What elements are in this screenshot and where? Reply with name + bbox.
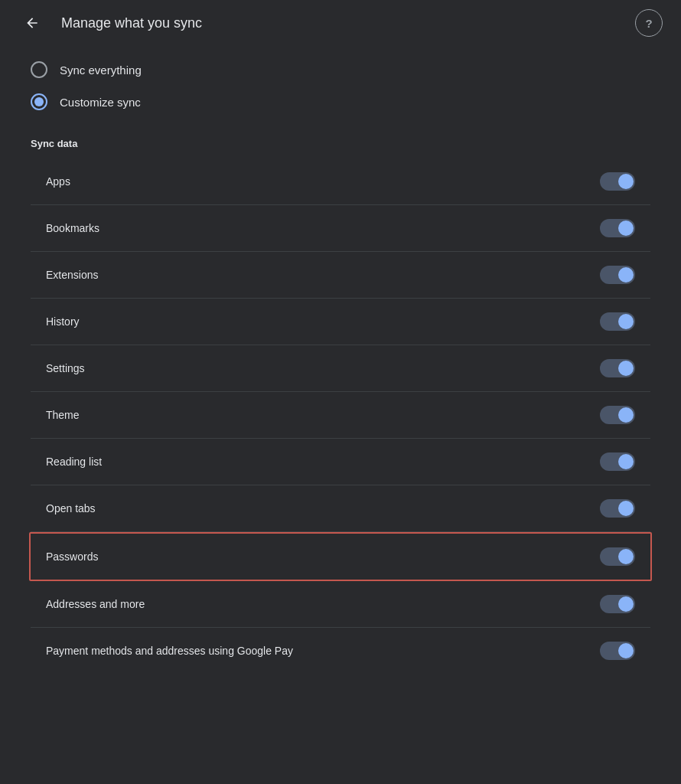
toggle-thumb: [618, 174, 634, 189]
toggle-item-label: Passwords: [46, 550, 98, 563]
sync-data-title: Sync data: [31, 138, 650, 149]
content: Sync everything Customize sync Sync data…: [0, 46, 681, 689]
toggle-track: [600, 266, 635, 284]
toggle-item[interactable]: Theme: [31, 392, 650, 439]
page-title: Manage what you sync: [61, 15, 202, 31]
back-button[interactable]: [18, 9, 46, 37]
toggle-item[interactable]: Extensions: [31, 252, 650, 299]
toggle-item[interactable]: Apps: [31, 158, 650, 205]
toggle-item-label: Addresses and more: [46, 598, 145, 610]
toggle-switch[interactable]: [600, 172, 635, 191]
toggle-switch[interactable]: [600, 312, 635, 331]
sync-everything-option[interactable]: Sync everything: [31, 61, 650, 78]
customize-sync-radio[interactable]: [31, 93, 47, 110]
toggle-track: [600, 642, 635, 660]
back-arrow-icon: [24, 15, 40, 31]
toggle-item[interactable]: Open tabs: [31, 485, 650, 532]
toggle-item-label: Extensions: [46, 269, 98, 281]
toggle-thumb: [618, 220, 634, 236]
sync-everything-label: Sync everything: [60, 64, 142, 77]
toggle-item-label: Apps: [46, 175, 70, 188]
toggle-track: [600, 452, 635, 471]
toggle-item-label: Payment methods and addresses using Goog…: [46, 645, 293, 657]
toggle-thumb: [618, 549, 634, 564]
sync-mode-radio-group: Sync everything Customize sync: [31, 61, 650, 110]
toggle-track: [600, 312, 635, 331]
sync-data-section: Sync data AppsBookmarksExtensionsHistory…: [31, 138, 650, 674]
toggle-switch[interactable]: [600, 359, 635, 377]
toggle-switch[interactable]: [600, 499, 635, 518]
toggle-item-label: Settings: [46, 362, 85, 374]
toggle-track: [600, 359, 635, 377]
toggle-thumb: [618, 454, 634, 469]
toggle-item-label: Reading list: [46, 456, 102, 468]
header: Manage what you sync ?: [0, 0, 681, 46]
toggle-item[interactable]: Passwords: [29, 532, 652, 581]
toggle-item-label: Bookmarks: [46, 222, 99, 234]
toggle-switch[interactable]: [600, 452, 635, 471]
toggle-switch[interactable]: [600, 266, 635, 284]
toggle-item-label: Theme: [46, 409, 80, 421]
toggle-switch[interactable]: [600, 595, 635, 613]
toggle-track: [600, 219, 635, 237]
customize-sync-label: Customize sync: [60, 96, 141, 109]
toggle-switch[interactable]: [600, 642, 635, 660]
toggle-track: [600, 172, 635, 191]
toggle-track: [600, 499, 635, 518]
toggle-thumb: [618, 314, 634, 329]
toggle-item[interactable]: Bookmarks: [31, 205, 650, 252]
customize-sync-radio-dot: [34, 97, 44, 106]
toggle-item-label: History: [46, 315, 80, 328]
help-button[interactable]: ?: [635, 9, 663, 37]
toggle-item[interactable]: Settings: [31, 345, 650, 392]
toggle-switch[interactable]: [600, 406, 635, 424]
toggle-item[interactable]: Reading list: [31, 439, 650, 485]
toggle-track: [600, 406, 635, 424]
toggle-switch[interactable]: [600, 219, 635, 237]
page-container: Manage what you sync ? Sync everything C…: [0, 0, 681, 784]
toggle-item[interactable]: History: [31, 299, 650, 345]
header-left: Manage what you sync: [18, 9, 202, 37]
sync-everything-radio[interactable]: [31, 61, 47, 78]
toggle-thumb: [618, 596, 634, 612]
toggle-thumb: [618, 407, 634, 423]
toggle-thumb: [618, 267, 634, 283]
sync-data-toggle-list: AppsBookmarksExtensionsHistorySettingsTh…: [31, 158, 650, 674]
help-icon: ?: [645, 17, 652, 30]
customize-sync-option[interactable]: Customize sync: [31, 93, 650, 110]
toggle-item[interactable]: Payment methods and addresses using Goog…: [31, 628, 650, 674]
toggle-thumb: [618, 643, 634, 658]
toggle-thumb: [618, 361, 634, 376]
toggle-thumb: [618, 501, 634, 516]
toggle-track: [600, 595, 635, 613]
toggle-switch[interactable]: [600, 547, 635, 566]
toggle-item[interactable]: Addresses and more: [31, 581, 650, 628]
toggle-track: [600, 547, 635, 566]
toggle-item-label: Open tabs: [46, 502, 96, 514]
